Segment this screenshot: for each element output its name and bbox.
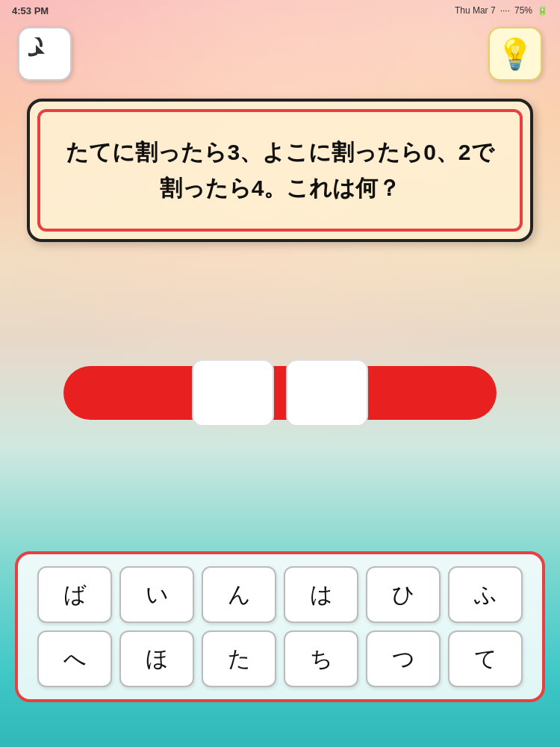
status-time: 4:53 PM [12,5,49,16]
signal-icon: ···· [500,5,510,16]
question-inner: たてに割ったら3、よこに割ったら0、2で割ったら4。これは何？ [37,109,523,232]
key-ha[interactable]: は [284,566,358,623]
key-ba[interactable]: ば [37,566,112,623]
battery-visual: 🔋 [537,5,548,16]
undo-button[interactable] [18,27,72,81]
key-chi[interactable]: ち [284,630,358,687]
bulb-icon: 💡 [497,37,534,72]
answer-box-1[interactable] [192,359,274,427]
key-i[interactable]: い [119,566,194,623]
key-n[interactable]: ん [202,566,276,623]
status-right: Thu Mar 7 ···· 75% 🔋 [455,5,548,16]
question-card: たてに割ったら3、よこに割ったら0、2で割ったら4。これは何？ [27,99,533,242]
keyboard-row-2: へ ほ た ち つ て [27,630,533,687]
key-tsu[interactable]: つ [366,630,441,687]
battery-icon: 75% [514,5,532,16]
undo-icon [28,37,61,70]
status-day: Thu Mar 7 [455,5,496,16]
keyboard-area: ば い ん は ひ ふ へ ほ た ち つ て [15,551,545,702]
answer-box-2[interactable] [286,359,368,427]
answer-pill [63,366,497,420]
key-hi[interactable]: ひ [366,566,441,623]
question-text: たてに割ったら3、よこに割ったら0、2で割ったら4。これは何？ [55,134,505,206]
status-bar: 4:53 PM Thu Mar 7 ···· 75% 🔋 [0,0,560,21]
key-te[interactable]: て [448,630,523,687]
answer-area [0,366,560,420]
key-ho[interactable]: ほ [119,630,194,687]
key-he[interactable]: へ [37,630,112,687]
key-ta[interactable]: た [202,630,276,687]
key-fu[interactable]: ふ [448,566,523,623]
keyboard-row-1: ば い ん は ひ ふ [27,566,533,623]
hint-button[interactable]: 💡 [488,27,542,81]
